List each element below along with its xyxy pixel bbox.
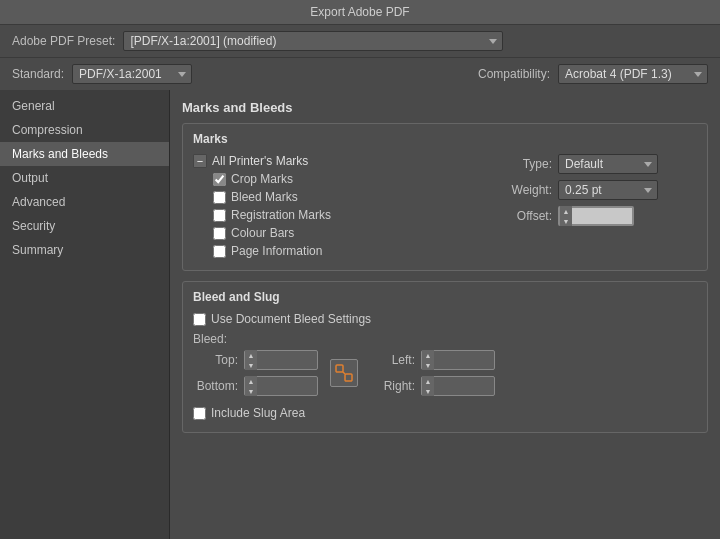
marks-right: Type: Default Weight: 0.25 pt Offset: bbox=[497, 154, 697, 262]
sidebar: General Compression Marks and Bleeds Out… bbox=[0, 90, 170, 539]
crop-marks-row: Crop Marks bbox=[213, 172, 477, 186]
right-input-wrap: ▲ ▼ 3 mm bbox=[421, 376, 495, 396]
offset-row: Offset: ▲ ▼ 2.117 mm bbox=[497, 206, 697, 226]
bleed-marks-row: Bleed Marks bbox=[213, 190, 477, 204]
bleed-left-col: Top: ▲ ▼ 10 mm Bottom: bbox=[193, 350, 318, 396]
bleed-panel: Bleed and Slug Use Document Bleed Settin… bbox=[182, 281, 708, 433]
top-row: Top: ▲ ▼ 10 mm bbox=[193, 350, 318, 370]
bottom-spinners: ▲ ▼ bbox=[245, 376, 257, 396]
use-document-bleed-checkbox[interactable] bbox=[193, 313, 206, 326]
bottom-spin-up[interactable]: ▲ bbox=[245, 376, 257, 386]
all-printers-marks-label: All Printer's Marks bbox=[212, 154, 308, 168]
top-spin-up[interactable]: ▲ bbox=[245, 350, 257, 360]
section-title: Marks and Bleeds bbox=[182, 100, 708, 115]
bleed-panel-title: Bleed and Slug bbox=[193, 290, 697, 304]
right-spinners: ▲ ▼ bbox=[422, 376, 434, 396]
include-slug-checkbox[interactable] bbox=[193, 407, 206, 420]
bottom-row: Bottom: ▲ ▼ 10 mm bbox=[193, 376, 318, 396]
bleed-right-col: Left: ▲ ▼ 3 mm Right: bbox=[370, 350, 495, 396]
bottom-label: Bottom: bbox=[193, 379, 238, 393]
weight-row: Weight: 0.25 pt bbox=[497, 180, 697, 200]
preset-label: Adobe PDF Preset: bbox=[12, 34, 115, 48]
offset-spin-down[interactable]: ▼ bbox=[560, 216, 572, 226]
use-document-bleed-label: Use Document Bleed Settings bbox=[211, 312, 371, 326]
left-spin-up[interactable]: ▲ bbox=[422, 350, 434, 360]
right-spin-down[interactable]: ▼ bbox=[422, 386, 434, 396]
include-slug-row: Include Slug Area bbox=[193, 406, 697, 420]
sidebar-item-summary[interactable]: Summary bbox=[0, 238, 169, 262]
marks-grid: − All Printer's Marks Crop Marks Bleed M… bbox=[193, 154, 697, 262]
left-label: Left: bbox=[370, 353, 415, 367]
type-label: Type: bbox=[497, 157, 552, 171]
expand-button[interactable]: − bbox=[193, 154, 207, 168]
standard-label: Standard: bbox=[12, 67, 64, 81]
marks-left: − All Printer's Marks Crop Marks Bleed M… bbox=[193, 154, 477, 262]
sidebar-item-security[interactable]: Security bbox=[0, 214, 169, 238]
registration-marks-label: Registration Marks bbox=[231, 208, 331, 222]
colour-bars-label: Colour Bars bbox=[231, 226, 294, 240]
page-information-label: Page Information bbox=[231, 244, 322, 258]
standard-row: Standard: PDF/X-1a:2001 Compatibility: A… bbox=[0, 58, 720, 90]
bottom-input-wrap: ▲ ▼ 10 mm bbox=[244, 376, 318, 396]
weight-label: Weight: bbox=[497, 183, 552, 197]
preset-dropdown[interactable]: [PDF/X-1a:2001] (modified) bbox=[123, 31, 503, 51]
top-input-field[interactable]: 10 mm bbox=[257, 353, 317, 367]
link-icon-button[interactable] bbox=[330, 359, 358, 387]
left-row: Left: ▲ ▼ 3 mm bbox=[370, 350, 495, 370]
offset-spin-up[interactable]: ▲ bbox=[560, 206, 572, 216]
top-spinners: ▲ ▼ bbox=[245, 350, 257, 370]
title-bar: Export Adobe PDF bbox=[0, 0, 720, 25]
marks-panel-title: Marks bbox=[193, 132, 697, 146]
bleed-marks-checkbox[interactable] bbox=[213, 191, 226, 204]
offset-input-wrap: ▲ ▼ 2.117 mm bbox=[558, 206, 634, 226]
sidebar-item-marks-and-bleeds[interactable]: Marks and Bleeds bbox=[0, 142, 169, 166]
sidebar-item-advanced[interactable]: Advanced bbox=[0, 190, 169, 214]
bottom-spin-down[interactable]: ▼ bbox=[245, 386, 257, 396]
preset-row: Adobe PDF Preset: [PDF/X-1a:2001] (modif… bbox=[0, 25, 720, 58]
bottom-input-field[interactable]: 10 mm bbox=[257, 379, 317, 393]
sidebar-item-general[interactable]: General bbox=[0, 94, 169, 118]
svg-line-2 bbox=[343, 372, 345, 374]
page-information-checkbox[interactable] bbox=[213, 245, 226, 258]
standard-dropdown[interactable]: PDF/X-1a:2001 bbox=[72, 64, 192, 84]
sidebar-item-compression[interactable]: Compression bbox=[0, 118, 169, 142]
registration-marks-row: Registration Marks bbox=[213, 208, 477, 222]
top-label: Top: bbox=[193, 353, 238, 367]
all-printers-marks-row: − All Printer's Marks bbox=[193, 154, 477, 168]
registration-marks-checkbox[interactable] bbox=[213, 209, 226, 222]
weight-dropdown[interactable]: 0.25 pt bbox=[558, 180, 658, 200]
sidebar-item-output[interactable]: Output bbox=[0, 166, 169, 190]
right-spin-up[interactable]: ▲ bbox=[422, 376, 434, 386]
bleed-inputs-area: Top: ▲ ▼ 10 mm Bottom: bbox=[193, 350, 697, 396]
right-row: Right: ▲ ▼ 3 mm bbox=[370, 376, 495, 396]
type-dropdown[interactable]: Default bbox=[558, 154, 658, 174]
left-input-wrap: ▲ ▼ 3 mm bbox=[421, 350, 495, 370]
left-spin-down[interactable]: ▼ bbox=[422, 360, 434, 370]
main-area: General Compression Marks and Bleeds Out… bbox=[0, 90, 720, 539]
marks-panel: Marks − All Printer's Marks Crop Marks bbox=[182, 123, 708, 271]
top-input-wrap: ▲ ▼ 10 mm bbox=[244, 350, 318, 370]
type-row: Type: Default bbox=[497, 154, 697, 174]
page-information-row: Page Information bbox=[213, 244, 477, 258]
include-slug-label: Include Slug Area bbox=[211, 406, 305, 420]
crop-marks-checkbox[interactable] bbox=[213, 173, 226, 186]
right-label: Right: bbox=[370, 379, 415, 393]
colour-bars-checkbox[interactable] bbox=[213, 227, 226, 240]
offset-spinners: ▲ ▼ bbox=[560, 206, 572, 226]
compatibility-dropdown[interactable]: Acrobat 4 (PDF 1.3) bbox=[558, 64, 708, 84]
content-area: Marks and Bleeds Marks − All Printer's M… bbox=[170, 90, 720, 539]
right-input-field[interactable]: 3 mm bbox=[434, 379, 494, 393]
crop-marks-label: Crop Marks bbox=[231, 172, 293, 186]
bleed-section-label: Bleed: bbox=[193, 332, 697, 346]
offset-input-field[interactable]: 2.117 mm bbox=[572, 209, 632, 223]
svg-rect-1 bbox=[345, 374, 352, 381]
colour-bars-row: Colour Bars bbox=[213, 226, 477, 240]
left-input-field[interactable]: 3 mm bbox=[434, 353, 494, 367]
offset-label: Offset: bbox=[497, 209, 552, 223]
svg-rect-0 bbox=[336, 365, 343, 372]
bleed-marks-label: Bleed Marks bbox=[231, 190, 298, 204]
marks-checkboxes: Crop Marks Bleed Marks Registration Mark… bbox=[193, 172, 477, 258]
top-spin-down[interactable]: ▼ bbox=[245, 360, 257, 370]
title-text: Export Adobe PDF bbox=[310, 5, 409, 19]
left-spinners: ▲ ▼ bbox=[422, 350, 434, 370]
